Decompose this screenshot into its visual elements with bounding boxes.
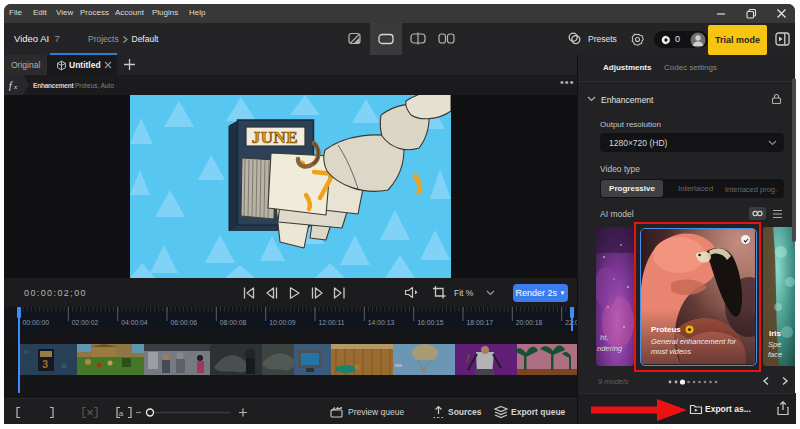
svg-text:20:00:18: 20:00:18 [516, 319, 543, 326]
svg-text:00:00:00: 00:00:00 [23, 319, 50, 326]
svg-text:10:00:09: 10:00:09 [269, 319, 296, 326]
svg-text:04:00:04: 04:00:04 [121, 319, 148, 326]
svg-text:18:00:17: 18:00:17 [467, 319, 494, 326]
svg-text:14:00:13: 14:00:13 [368, 319, 395, 326]
svg-text:a: a [119, 409, 124, 418]
svg-text:12:00:11: 12:00:11 [319, 319, 345, 326]
svg-text:JUNE: JUNE [252, 128, 298, 147]
svg-text:02:00:02: 02:00:02 [72, 319, 99, 326]
svg-text:08:00:08: 08:00:08 [220, 319, 247, 326]
svg-text:06:00:06: 06:00:06 [171, 319, 198, 326]
svg-text:16:00:15: 16:00:15 [417, 319, 444, 326]
